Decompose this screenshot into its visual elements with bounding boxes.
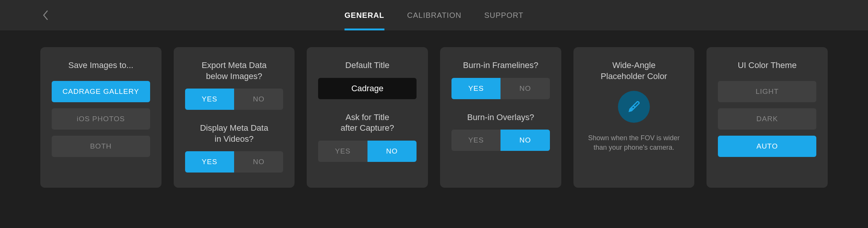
burn-overlays-title: Burn-in Overlays? xyxy=(451,112,550,123)
ui-theme-title: UI Color Theme xyxy=(738,60,797,71)
tab-calibration[interactable]: CALIBRATION xyxy=(407,0,461,30)
ask-title-yes[interactable]: YES xyxy=(318,141,367,162)
display-meta-video-segment: YES NO xyxy=(185,151,284,173)
card-ui-theme: UI Color Theme LIGHT DARK AUTO xyxy=(706,47,828,188)
placeholder-color-title: Wide-AnglePlaceholder Color xyxy=(601,60,667,82)
burn-overlays-yes[interactable]: YES xyxy=(451,130,501,151)
export-meta-segment: YES NO xyxy=(185,89,284,110)
card-save-images: Save Images to... CADRAGE GALLERY iOS PH… xyxy=(40,47,162,188)
ask-title-label: Ask for Titleafter Capture? xyxy=(318,112,417,134)
theme-auto[interactable]: AUTO xyxy=(718,136,816,157)
card-burn-in: Burn-in Framelines? YES NO Burn-in Overl… xyxy=(440,47,561,188)
settings-panels: Save Images to... CADRAGE GALLERY iOS PH… xyxy=(0,30,868,188)
option-both[interactable]: BOTH xyxy=(52,136,150,157)
nav-tabs: GENERAL CALIBRATION SUPPORT xyxy=(345,0,524,30)
export-meta-title: Export Meta Databelow Images? xyxy=(185,60,284,82)
burn-framelines-no[interactable]: NO xyxy=(501,78,550,99)
group-display-meta-video: Display Meta Datain Videos? YES NO xyxy=(185,123,284,173)
ask-title-segment: YES NO xyxy=(318,141,417,162)
card-placeholder-color: Wide-AnglePlaceholder Color Shown when t… xyxy=(573,47,695,188)
chevron-left-icon xyxy=(42,10,49,21)
group-burn-overlays: Burn-in Overlays? YES NO xyxy=(451,112,550,151)
burn-framelines-segment: YES NO xyxy=(451,78,550,99)
export-meta-no[interactable]: NO xyxy=(234,89,283,110)
burn-overlays-segment: YES NO xyxy=(451,130,550,151)
color-swatch-button[interactable] xyxy=(618,91,650,123)
option-cadrage-gallery[interactable]: CADRAGE GALLERY xyxy=(52,81,150,102)
export-meta-yes[interactable]: YES xyxy=(185,89,234,110)
burn-overlays-no[interactable]: NO xyxy=(501,130,550,151)
group-ask-title: Ask for Titleafter Capture? YES NO xyxy=(318,112,417,162)
group-export-meta: Export Meta Databelow Images? YES NO xyxy=(185,60,284,110)
card-title-settings: Default Title Cadrage Ask for Titleafter… xyxy=(307,47,428,188)
group-burn-framelines: Burn-in Framelines? YES NO xyxy=(451,60,550,99)
display-meta-video-title: Display Meta Datain Videos? xyxy=(185,123,284,144)
tab-general[interactable]: GENERAL xyxy=(345,0,385,30)
default-title-input[interactable]: Cadrage xyxy=(318,78,417,99)
placeholder-color-hint: Shown when the FOV is widerthan your pho… xyxy=(588,133,680,152)
display-meta-video-yes[interactable]: YES xyxy=(185,151,234,173)
option-ios-photos[interactable]: iOS PHOTOS xyxy=(52,108,150,130)
ask-title-no[interactable]: NO xyxy=(367,141,417,162)
save-images-title: Save Images to... xyxy=(68,60,133,71)
group-default-title: Default Title Cadrage xyxy=(318,60,417,99)
tab-support[interactable]: SUPPORT xyxy=(484,0,523,30)
card-meta-data: Export Meta Databelow Images? YES NO Dis… xyxy=(174,47,295,188)
back-button[interactable] xyxy=(38,8,53,23)
display-meta-video-no[interactable]: NO xyxy=(234,151,283,173)
default-title-label: Default Title xyxy=(318,60,417,71)
burn-framelines-yes[interactable]: YES xyxy=(451,78,501,99)
eyedropper-icon xyxy=(627,100,641,114)
theme-light[interactable]: LIGHT xyxy=(718,81,816,102)
top-bar: GENERAL CALIBRATION SUPPORT xyxy=(0,0,868,30)
burn-framelines-title: Burn-in Framelines? xyxy=(451,60,550,71)
theme-dark[interactable]: DARK xyxy=(718,108,816,130)
